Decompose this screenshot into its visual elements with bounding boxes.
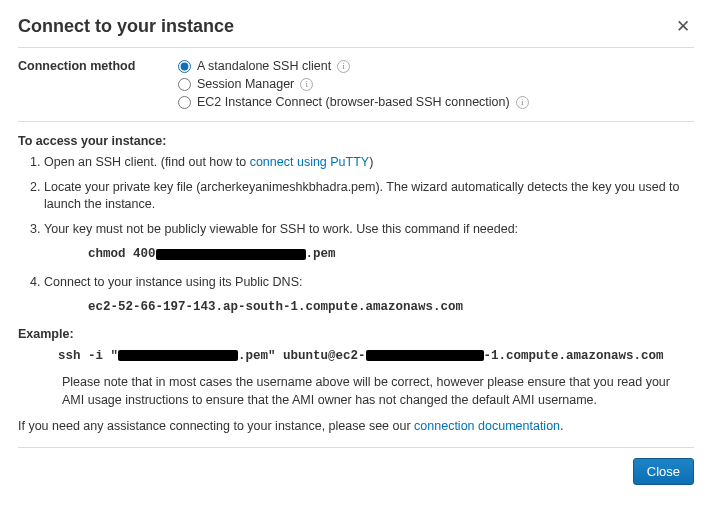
step-2: Locate your private key file (archerkeya… [44,179,694,214]
close-icon[interactable]: ✕ [672,16,694,37]
steps-list: Open an SSH client. (find out how to con… [44,154,694,317]
step1-prefix: Open an SSH client. (find out how to [44,155,250,169]
radio-label: Session Manager [197,77,294,91]
redacted-host [366,350,484,361]
connection-method-label: Connection method [18,59,178,113]
redacted-keyname [156,249,306,260]
radio-standalone-ssh-input[interactable] [178,60,191,73]
public-dns: ec2-52-66-197-143.ap-south-1.compute.ama… [88,299,694,317]
ssh-mid: .pem" ubuntu@ec2- [238,349,366,363]
info-icon[interactable]: i [300,78,313,91]
ssh-post: -1.compute.amazonaws.com [484,349,664,363]
username-note: Please note that in most cases the usern… [62,373,694,409]
ssh-example-command: ssh -i ".pem" ubuntu@ec2--1.compute.amaz… [58,349,694,363]
connect-dialog: Connect to your instance ✕ Connection me… [0,0,712,499]
close-button[interactable]: Close [633,458,694,485]
radio-label: A standalone SSH client [197,59,331,73]
redacted-keyname-2 [118,350,238,361]
radio-session-manager[interactable]: Session Manager i [178,77,694,91]
radio-label: EC2 Instance Connect (browser-based SSH … [197,95,510,109]
step1-suffix: ) [369,155,373,169]
step-4: Connect to your instance using its Publi… [44,274,694,317]
radio-ec2-instance-connect[interactable]: EC2 Instance Connect (browser-based SSH … [178,95,694,109]
step-1: Open an SSH client. (find out how to con… [44,154,694,172]
step3-text: Your key must not be publicly viewable f… [44,222,518,236]
connection-docs-link[interactable]: connection documentation [414,419,560,433]
dialog-header: Connect to your instance ✕ [18,16,694,37]
assist-suffix: . [560,419,563,433]
info-icon[interactable]: i [337,60,350,73]
assist-line: If you need any assistance connecting to… [18,419,694,433]
putty-link[interactable]: connect using PuTTY [250,155,370,169]
example-heading: Example: [18,327,694,341]
access-heading: To access your instance: [18,134,694,148]
radio-standalone-ssh[interactable]: A standalone SSH client i [178,59,694,73]
chmod-pre: chmod 400 [88,246,156,264]
ssh-pre: ssh -i " [58,349,118,363]
step4-text: Connect to your instance using its Publi… [44,275,302,289]
connection-method-row: Connection method A standalone SSH clien… [18,48,694,121]
dialog-title: Connect to your instance [18,16,234,37]
dialog-footer: Close [18,448,694,485]
info-icon[interactable]: i [516,96,529,109]
step-3: Your key must not be publicly viewable f… [44,221,694,264]
divider-method [18,121,694,122]
chmod-command: chmod 400 .pem [88,246,694,264]
radio-ec2-instance-connect-input[interactable] [178,96,191,109]
connection-method-options: A standalone SSH client i Session Manage… [178,59,694,113]
assist-prefix: If you need any assistance connecting to… [18,419,414,433]
chmod-post: .pem [306,246,336,264]
radio-session-manager-input[interactable] [178,78,191,91]
